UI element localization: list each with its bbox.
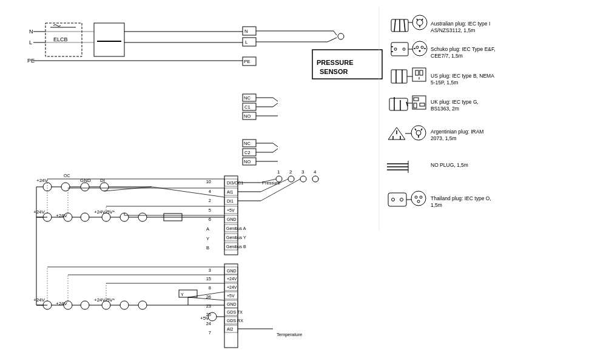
- svg-point-96: [312, 176, 318, 182]
- svg-text:NO PLUG, 1,5m: NO PLUG, 1,5m: [431, 162, 468, 168]
- svg-point-235: [411, 126, 426, 140]
- svg-rect-214: [391, 70, 407, 83]
- svg-text:NO: NO: [244, 159, 251, 164]
- svg-point-236: [416, 130, 421, 135]
- svg-line-25: [334, 31, 337, 35]
- svg-text:L: L: [29, 39, 32, 46]
- svg-text:Pressure: Pressure: [262, 180, 280, 186]
- svg-text:15: 15: [206, 276, 211, 281]
- svg-text:Genibus A: Genibus A: [226, 226, 246, 231]
- svg-text:+24V/5V*: +24V/5V*: [94, 209, 115, 215]
- svg-text:N: N: [244, 29, 248, 34]
- svg-text:GND: GND: [227, 269, 237, 273]
- svg-text:A: A: [206, 226, 209, 232]
- svg-point-157: [138, 301, 147, 309]
- svg-text:CEE7/7, 1,5m: CEE7/7, 1,5m: [431, 53, 463, 59]
- svg-rect-228: [414, 103, 417, 108]
- svg-point-94: [288, 176, 294, 182]
- svg-text:PE: PE: [244, 59, 251, 64]
- svg-line-238: [421, 129, 422, 130]
- svg-point-196: [412, 15, 427, 30]
- svg-line-187: [104, 187, 152, 191]
- svg-text:+24V: +24V: [33, 209, 45, 215]
- svg-text:8: 8: [209, 285, 211, 291]
- svg-text:Argentinian plug: IRAM: Argentinian plug: IRAM: [431, 129, 483, 135]
- svg-text:Thailand plug: IEC type O,: Thailand plug: IEC type O,: [431, 195, 491, 201]
- svg-point-109: [81, 213, 89, 221]
- svg-line-50: [273, 149, 278, 152]
- svg-rect-219: [420, 70, 423, 75]
- svg-text:23: 23: [206, 303, 211, 309]
- svg-point-57: [61, 183, 70, 191]
- svg-point-95: [300, 176, 306, 182]
- svg-text:N: N: [29, 29, 33, 35]
- svg-text:SENSOR: SENSOR: [320, 68, 348, 75]
- svg-rect-218: [415, 70, 419, 75]
- svg-text:ELCB: ELCB: [53, 36, 68, 42]
- svg-text:2073, 1,5m: 2073, 1,5m: [431, 135, 457, 141]
- svg-line-199: [422, 19, 423, 21]
- svg-text:C1: C1: [244, 104, 251, 110]
- svg-text:1: 1: [277, 169, 280, 175]
- svg-text:Y: Y: [206, 236, 209, 241]
- svg-text:5-15P, 1,5m: 5-15P, 1,5m: [431, 79, 458, 86]
- svg-point-209: [421, 46, 423, 49]
- svg-text:NC: NC: [244, 95, 251, 101]
- svg-text:+5V: +5V: [227, 208, 235, 212]
- svg-text:GND: GND: [227, 217, 237, 221]
- svg-text:B: B: [206, 245, 209, 251]
- svg-rect-245: [388, 193, 406, 206]
- svg-text:1,5m: 1,5m: [431, 202, 442, 208]
- svg-rect-202: [391, 42, 408, 56]
- svg-text:3: 3: [209, 268, 211, 273]
- svg-text:NO: NO: [244, 113, 251, 119]
- svg-line-48: [273, 143, 278, 147]
- svg-line-188: [152, 187, 224, 197]
- svg-line-237: [415, 129, 416, 130]
- svg-text:Schuko plug: IEC Type E&F,: Schuko plug: IEC Type E&F,: [431, 46, 496, 52]
- svg-text:AS/NZS3112, 1,5m: AS/NZS3112, 1,5m: [431, 27, 475, 33]
- svg-line-195: [404, 19, 405, 32]
- svg-line-24: [328, 38, 337, 42]
- svg-point-248: [411, 191, 426, 206]
- svg-text:Genibus B: Genibus B: [226, 244, 246, 249]
- svg-point-208: [416, 46, 419, 49]
- svg-rect-9: [94, 23, 124, 56]
- svg-text:GND: GND: [227, 302, 237, 306]
- svg-rect-229: [420, 103, 425, 106]
- svg-rect-227: [414, 98, 419, 101]
- svg-text:GDS RX: GDS RX: [227, 318, 243, 323]
- svg-text:7: 7: [209, 330, 211, 335]
- svg-point-251: [417, 200, 420, 203]
- svg-text:AI2: AI2: [227, 327, 234, 331]
- svg-text:AI1: AI1: [227, 190, 234, 194]
- svg-text:DI1: DI1: [227, 199, 234, 203]
- svg-text:+24V: +24V: [33, 297, 45, 303]
- svg-text:3: 3: [301, 169, 304, 175]
- svg-line-198: [417, 19, 418, 21]
- svg-text:UK plug: IEC type G,: UK plug: IEC type G,: [431, 99, 479, 105]
- svg-text:BS1363, 2m: BS1363, 2m: [431, 106, 459, 112]
- svg-point-250: [420, 196, 422, 198]
- svg-text:L: L: [245, 39, 248, 45]
- svg-text:PRESSURE: PRESSURE: [317, 59, 354, 66]
- svg-text:PE: PE: [27, 58, 35, 64]
- svg-rect-222: [389, 98, 408, 110]
- diagram-canvas: N L PE ELCB N L PE: [0, 0, 592, 364]
- svg-point-247: [400, 198, 403, 201]
- svg-text:4: 4: [314, 169, 317, 175]
- svg-text:2: 2: [209, 198, 211, 203]
- svg-point-59: [100, 183, 109, 191]
- svg-point-153: [81, 301, 89, 309]
- svg-text:US plug: IEC type B, NEMA: US plug: IEC type B, NEMA: [431, 73, 494, 79]
- svg-point-246: [392, 198, 395, 201]
- svg-text:C2: C2: [244, 150, 251, 155]
- svg-text:24: 24: [206, 321, 211, 326]
- svg-text:Temperature: Temperature: [277, 332, 302, 337]
- svg-point-204: [403, 48, 405, 50]
- svg-text:5: 5: [209, 207, 211, 213]
- svg-text:NC: NC: [244, 141, 251, 146]
- svg-text:Genibus Y: Genibus Y: [226, 235, 246, 240]
- svg-text:+5V: +5V: [227, 294, 235, 298]
- svg-text:+24V: +24V: [227, 277, 237, 281]
